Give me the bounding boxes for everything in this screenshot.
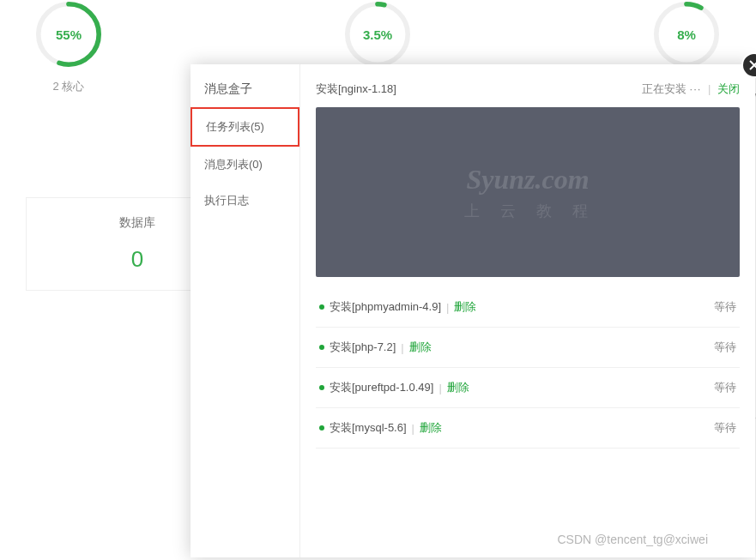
message-box-modal: 消息盒子 任务列表(5) 消息列表(0) 执行日志 安装[nginx-1.18]… — [191, 64, 755, 557]
status-dot-icon — [319, 385, 324, 390]
status-dot-icon — [319, 425, 324, 431]
queue-item-label: 安装[mysql-5.6] — [330, 420, 407, 436]
queue-item-status: 等待 — [714, 380, 736, 395]
modal-content: 安装[nginx-1.18] 正在安装 ··· | 关闭 Syunz.com 上… — [300, 64, 755, 557]
queue-item-label: 安装[pureftpd-1.0.49] — [330, 380, 433, 395]
modal-title: 消息盒子 — [191, 71, 299, 107]
queue-item-status: 等待 — [714, 299, 736, 315]
current-task-name: 安装[nginx-1.18] — [316, 81, 396, 97]
current-task-status: 正在安装 — [642, 82, 686, 95]
tab-exec-log[interactable]: 执行日志 — [191, 183, 299, 219]
status-dot-icon — [319, 345, 324, 350]
queue-item: 安装[mysql-5.6] | 删除 等待 — [316, 408, 740, 449]
delete-link[interactable]: 删除 — [454, 299, 476, 315]
tab-message-list[interactable]: 消息列表(0) — [191, 147, 299, 183]
modal-sidebar: 消息盒子 任务列表(5) 消息列表(0) 执行日志 — [191, 64, 300, 557]
separator: | — [708, 82, 711, 95]
status-dot-icon — [319, 304, 324, 310]
queue-item: 安装[php-7.2] | 删除 等待 — [316, 328, 740, 368]
queue-item: 安装[pureftpd-1.0.49] | 删除 等待 — [316, 368, 740, 408]
separator: | — [446, 301, 449, 314]
separator: | — [412, 422, 414, 435]
delete-link[interactable]: 删除 — [420, 420, 442, 436]
terminal-output[interactable]: Syunz.com 上云教程 — [316, 107, 740, 277]
separator: | — [401, 341, 403, 354]
tab-task-list[interactable]: 任务列表(5) — [191, 107, 299, 147]
queue-item-status: 等待 — [714, 420, 736, 436]
queue-item-label: 安装[phpmyadmin-4.9] — [330, 299, 441, 315]
queue-item: 安装[phpmyadmin-4.9] | 删除 等待 — [316, 287, 740, 328]
queue-item-label: 安装[php-7.2] — [330, 340, 396, 355]
watermark-sub: 上云教程 — [447, 201, 608, 221]
queue-item-status: 等待 — [714, 340, 736, 355]
delete-link[interactable]: 删除 — [447, 380, 469, 395]
queue-list: 安装[phpmyadmin-4.9] | 删除 等待 安装[php-7.2] |… — [316, 287, 740, 449]
delete-link[interactable]: 删除 — [409, 340, 432, 355]
separator: | — [438, 382, 441, 394]
close-task-link[interactable]: 关闭 — [717, 82, 740, 95]
current-task-header: 安装[nginx-1.18] 正在安装 ··· | 关闭 — [316, 81, 740, 97]
loading-ellipsis-icon: ··· — [690, 82, 702, 95]
csdn-watermark: CSDN @tencent_tg@xciwei — [558, 533, 709, 546]
watermark-text: Syunz.com — [466, 164, 589, 196]
